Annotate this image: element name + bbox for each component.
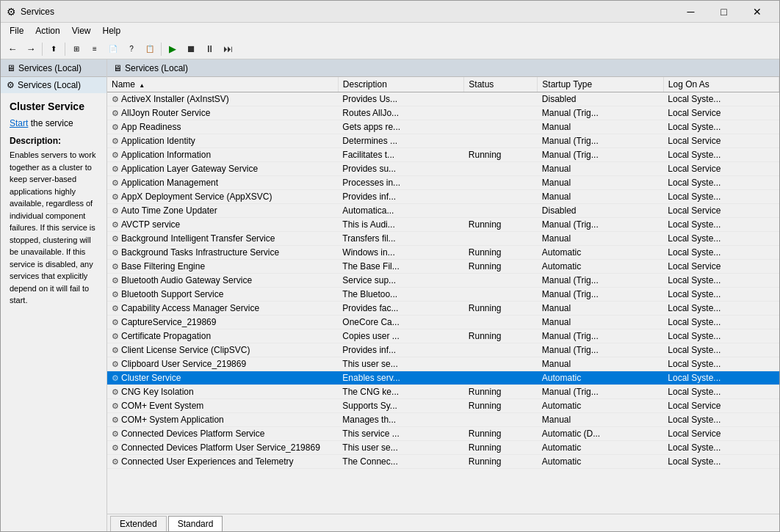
service-row-icon: ⚙ xyxy=(112,429,119,438)
sort-arrow: ▲ xyxy=(139,82,145,89)
table-row[interactable]: ⚙AppX Deployment Service (AppXSVC)Provid… xyxy=(107,190,779,204)
service-row-icon: ⚙ xyxy=(112,360,119,368)
desc-label: Description: xyxy=(10,136,98,146)
cell-log-on-as: Local Service xyxy=(663,399,779,413)
cell-log-on-as: Local Syste... xyxy=(663,329,779,343)
table-row[interactable]: ⚙Clipboard User Service_219869This user … xyxy=(107,357,779,371)
service-row-icon: ⚙ xyxy=(112,304,119,313)
table-row[interactable]: ⚙COM+ System ApplicationManages th...Man… xyxy=(107,413,779,427)
window-controls: ─ □ ✕ xyxy=(674,1,773,23)
col-header-startup[interactable]: Startup Type xyxy=(538,77,663,92)
table-row[interactable]: ⚙Application Layer Gateway ServiceProvid… xyxy=(107,162,779,176)
toolbar: ← → ⬆ ⊞ ≡ 📄 ? 📋 ▶ ⏹ ⏸ ⏭ xyxy=(1,39,779,59)
table-row[interactable]: ⚙Certificate PropagationCopies user ...R… xyxy=(107,329,779,343)
cell-status xyxy=(464,288,538,302)
stop-service-button[interactable]: ⏹ xyxy=(182,41,200,57)
table-row[interactable]: ⚙Bluetooth Audio Gateway ServiceService … xyxy=(107,274,779,288)
cell-startup-type: Manual (Trig... xyxy=(538,134,663,148)
minimize-button[interactable]: ─ xyxy=(674,1,707,23)
table-row[interactable]: ⚙Application IdentityDetermines ...Manua… xyxy=(107,134,779,148)
up-button[interactable]: ⬆ xyxy=(45,41,62,57)
col-header-status[interactable]: Status xyxy=(464,77,538,92)
service-row-icon: ⚙ xyxy=(112,192,119,201)
left-panel: 🖥 Services (Local) ⚙ Services (Local) Cl… xyxy=(1,59,107,531)
table-row[interactable]: ⚙Background Intelligent Transfer Service… xyxy=(107,232,779,246)
list-button[interactable]: ≡ xyxy=(86,41,104,57)
cell-log-on-as: Local Service xyxy=(663,134,779,148)
table-row[interactable]: ⚙Client License Service (ClipSVC)Provide… xyxy=(107,343,779,357)
table-row[interactable]: ⚙Capability Access Manager ServiceProvid… xyxy=(107,302,779,316)
cell-status xyxy=(464,413,538,427)
table-row[interactable]: ⚙Base Filtering EngineThe Base Fil...Run… xyxy=(107,260,779,274)
menu-action[interactable]: Action xyxy=(29,24,65,37)
cell-log-on-as: Local Service xyxy=(663,204,779,218)
service-row-icon: ⚙ xyxy=(112,164,119,173)
table-row[interactable]: ⚙COM+ Event SystemSupports Sy...RunningA… xyxy=(107,399,779,413)
table-row[interactable]: ⚙Application InformationFacilitates t...… xyxy=(107,148,779,162)
cell-service-name: ⚙AppX Deployment Service (AppXSVC) xyxy=(107,190,338,204)
table-row[interactable]: ⚙AVCTP serviceThis is Audi...RunningManu… xyxy=(107,218,779,232)
left-panel-title: Services (Local) xyxy=(18,63,82,73)
tab-standard[interactable]: Standard xyxy=(168,516,223,531)
menu-view[interactable]: View xyxy=(66,24,97,37)
cell-log-on-as: Local Service xyxy=(663,260,779,274)
cell-log-on-as: Local Service xyxy=(663,106,779,120)
cell-startup-type: Automatic xyxy=(538,441,663,455)
services-table-container[interactable]: Name ▲ Description Status Startup Type L… xyxy=(107,77,779,514)
help-button[interactable]: ? xyxy=(123,41,140,57)
start-service-link[interactable]: Start xyxy=(10,118,28,128)
tab-extended[interactable]: Extended xyxy=(110,516,167,531)
desc-text: Enables servers to work together as a cl… xyxy=(10,149,98,307)
tree-item-services-local[interactable]: ⚙ Services (Local) xyxy=(1,77,106,93)
cell-status: Running xyxy=(464,148,538,162)
col-header-logon[interactable]: Log On As xyxy=(663,77,779,92)
service-row-icon: ⚙ xyxy=(112,248,119,257)
table-row[interactable]: ⚙CNG Key IsolationThe CNG ke...RunningMa… xyxy=(107,385,779,399)
export-button[interactable]: 📋 xyxy=(141,41,159,57)
table-row[interactable]: ⚙App ReadinessGets apps re...ManualLocal… xyxy=(107,120,779,134)
close-button[interactable]: ✕ xyxy=(740,1,773,23)
table-row[interactable]: ⚙ActiveX Installer (AxInstSV)Provides Us… xyxy=(107,92,779,106)
restart-service-button[interactable]: ⏭ xyxy=(219,41,236,57)
cell-status: Running xyxy=(464,455,538,469)
table-row[interactable]: ⚙Connected User Experiences and Telemetr… xyxy=(107,455,779,469)
service-row-icon: ⚙ xyxy=(112,374,119,382)
table-row[interactable]: ⚙Auto Time Zone UpdaterAutomatica...Disa… xyxy=(107,204,779,218)
table-row[interactable]: ⚙Background Tasks Infrastructure Service… xyxy=(107,246,779,260)
table-header-row: Name ▲ Description Status Startup Type L… xyxy=(107,77,779,92)
cell-status: Running xyxy=(464,427,538,441)
maximize-button[interactable]: □ xyxy=(707,1,740,23)
menu-file[interactable]: File xyxy=(4,24,29,37)
start-service-button[interactable]: ▶ xyxy=(164,41,181,57)
table-row[interactable]: ⚙AllJoyn Router ServiceRoutes AllJo...Ma… xyxy=(107,106,779,120)
forward-button[interactable]: → xyxy=(22,41,40,57)
back-button[interactable]: ← xyxy=(4,41,21,57)
cell-service-name: ⚙Application Management xyxy=(107,176,338,190)
service-row-icon: ⚙ xyxy=(112,290,119,299)
pause-service-button[interactable]: ⏸ xyxy=(201,41,218,57)
cell-startup-type: Disabled xyxy=(538,204,663,218)
cell-startup-type: Manual (Trig... xyxy=(538,148,663,162)
main-window: ⚙ Services ─ □ ✕ File Action View Help ←… xyxy=(0,0,780,532)
table-row[interactable]: ⚙Cluster ServiceEnables serv...Automatic… xyxy=(107,371,779,385)
properties-button[interactable]: 📄 xyxy=(104,41,122,57)
table-row[interactable]: ⚙Bluetooth Support ServiceThe Bluetoo...… xyxy=(107,288,779,302)
menu-help[interactable]: Help xyxy=(97,24,127,37)
cell-status: Running xyxy=(464,302,538,316)
cell-service-name: ⚙Background Tasks Infrastructure Service xyxy=(107,246,338,260)
table-row[interactable]: ⚙CaptureService_219869OneCore Ca...Manua… xyxy=(107,316,779,329)
cell-service-name: ⚙Connected Devices Platform User Service… xyxy=(107,441,338,455)
show-hide-button[interactable]: ⊞ xyxy=(68,41,85,57)
col-header-desc[interactable]: Description xyxy=(338,77,463,92)
table-row[interactable]: ⚙Connected Devices Platform User Service… xyxy=(107,441,779,455)
services-icon: ⚙ xyxy=(7,80,15,90)
menu-bar: File Action View Help xyxy=(1,23,779,39)
cell-service-name: ⚙ActiveX Installer (AxInstSV) xyxy=(107,92,338,106)
cell-startup-type: Manual (Trig... xyxy=(538,218,663,232)
col-header-name[interactable]: Name ▲ xyxy=(107,77,338,92)
table-row[interactable]: ⚙Application ManagementProcesses in...Ma… xyxy=(107,176,779,190)
service-row-icon: ⚙ xyxy=(112,136,119,145)
table-row[interactable]: ⚙Connected Devices Platform ServiceThis … xyxy=(107,427,779,441)
cell-service-name: ⚙Application Information xyxy=(107,148,338,162)
cell-log-on-as: Local Syste... xyxy=(663,343,779,357)
